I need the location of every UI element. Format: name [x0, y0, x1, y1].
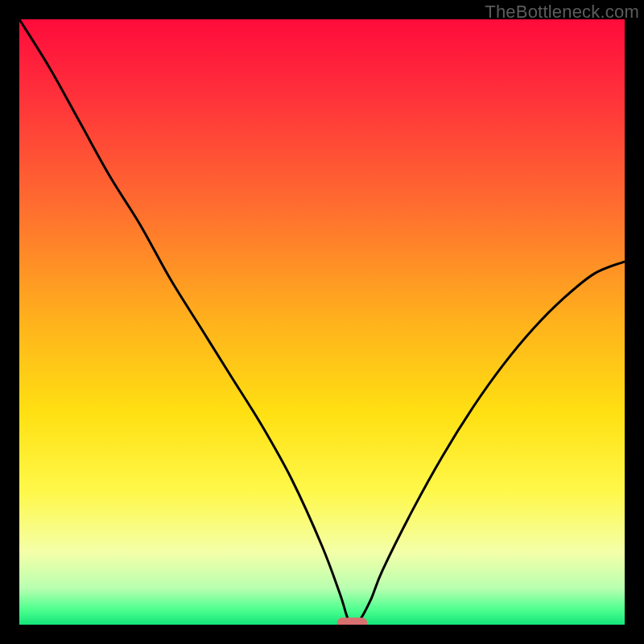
chart-background-gradient: [19, 19, 625, 625]
svg-rect-0: [19, 19, 625, 625]
chart-frame: [19, 19, 625, 625]
watermark-text: TheBottleneck.com: [485, 2, 639, 23]
